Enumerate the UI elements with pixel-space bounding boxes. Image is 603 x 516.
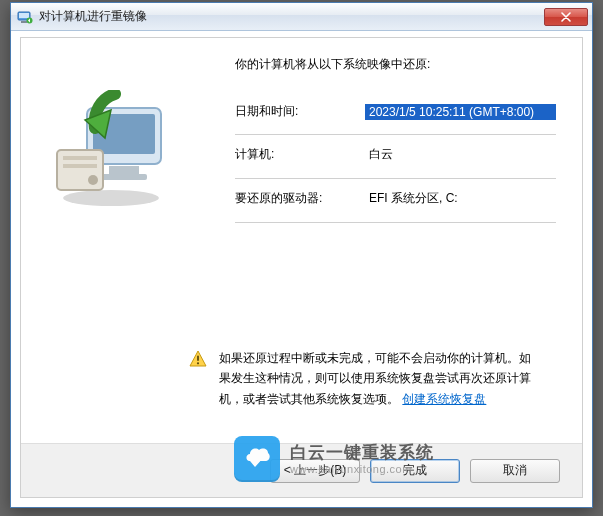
svg-rect-10 xyxy=(63,156,97,160)
watermark-url: www.baiyunxitong.com xyxy=(290,463,434,477)
label-datetime: 日期和时间: xyxy=(235,103,365,120)
app-icon xyxy=(17,9,33,25)
warning-text: 如果还原过程中断或未完成，可能不会启动你的计算机。如果发生这种情况，则可以使用系… xyxy=(219,348,542,409)
svg-rect-7 xyxy=(109,166,139,174)
value-computer: 白云 xyxy=(365,145,556,164)
row-computer: 计算机: 白云 xyxy=(235,145,556,164)
restore-image-icon xyxy=(51,90,171,210)
svg-point-4 xyxy=(63,190,159,206)
content-panel: 你的计算机将从以下系统映像中还原: 日期和时间: 2023/1/5 10:25:… xyxy=(20,37,583,498)
separator xyxy=(235,134,556,135)
label-drives: 要还原的驱动器: xyxy=(235,190,365,207)
watermark: 白云一键重装系统 www.baiyunxitong.com xyxy=(234,436,434,482)
svg-rect-2 xyxy=(21,21,27,23)
window-title: 对计算机进行重镜像 xyxy=(39,8,544,25)
close-button[interactable] xyxy=(544,8,588,26)
row-drives: 要还原的驱动器: EFI 系统分区, C: xyxy=(235,189,556,208)
titlebar: 对计算机进行重镜像 xyxy=(11,3,592,31)
dialog-window: 对计算机进行重镜像 xyxy=(10,2,593,508)
svg-rect-8 xyxy=(101,174,147,180)
svg-point-14 xyxy=(197,362,199,364)
svg-rect-11 xyxy=(63,164,97,168)
warning-box: 如果还原过程中断或未完成，可能不会启动你的计算机。如果发生这种情况，则可以使用系… xyxy=(189,348,542,409)
watermark-badge-icon xyxy=(234,436,280,482)
heading-text: 你的计算机将从以下系统映像中还原: xyxy=(235,56,556,73)
label-computer: 计算机: xyxy=(235,146,365,163)
separator xyxy=(235,222,556,223)
content-body: 你的计算机将从以下系统映像中还原: 日期和时间: 2023/1/5 10:25:… xyxy=(21,38,582,443)
value-datetime: 2023/1/5 10:25:11 (GMT+8:00) xyxy=(365,104,556,120)
cancel-button[interactable]: 取消 xyxy=(470,459,560,483)
svg-point-12 xyxy=(88,175,98,185)
separator xyxy=(235,178,556,179)
svg-rect-13 xyxy=(197,356,199,362)
svg-rect-1 xyxy=(19,13,29,18)
details-section: 你的计算机将从以下系统映像中还原: 日期和时间: 2023/1/5 10:25:… xyxy=(235,56,556,223)
create-recovery-disk-link[interactable]: 创建系统恢复盘 xyxy=(402,392,486,406)
close-icon xyxy=(561,12,571,22)
watermark-text: 白云一键重装系统 www.baiyunxitong.com xyxy=(290,442,434,477)
warning-icon xyxy=(189,350,207,368)
value-drives: EFI 系统分区, C: xyxy=(365,189,556,208)
row-datetime: 日期和时间: 2023/1/5 10:25:11 (GMT+8:00) xyxy=(235,103,556,120)
watermark-title: 白云一键重装系统 xyxy=(290,442,434,463)
